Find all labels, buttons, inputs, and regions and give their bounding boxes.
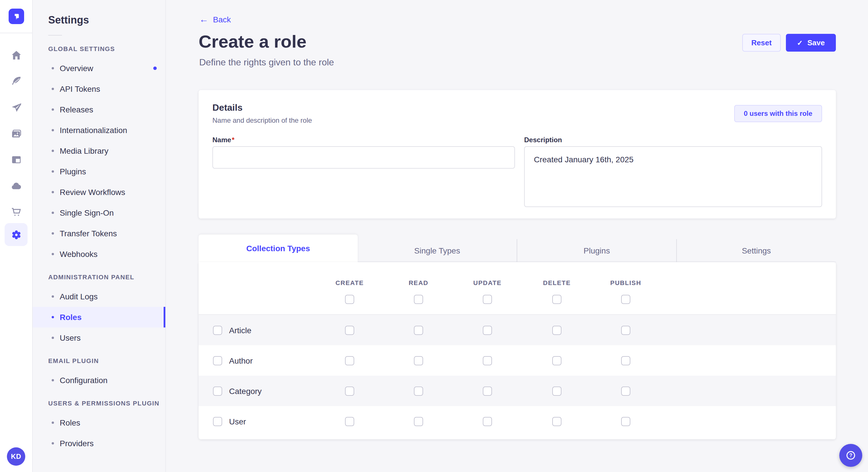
gear-icon[interactable] xyxy=(5,223,28,246)
page-title: Create a role xyxy=(198,32,307,52)
author-read-checkbox[interactable] xyxy=(414,356,423,365)
users-with-role-button[interactable]: 0 users with this role xyxy=(734,105,822,122)
sidebar-item-audit-logs[interactable]: Audit Logs xyxy=(33,286,165,307)
row-select-checkbox[interactable] xyxy=(213,386,222,396)
sidebar-item-api-tokens[interactable]: API Tokens xyxy=(33,78,165,99)
category-read-checkbox[interactable] xyxy=(414,386,423,396)
tab-single-types[interactable]: Single Types xyxy=(358,239,517,262)
strapi-logo-icon[interactable] xyxy=(9,9,24,24)
table-row-article: Article xyxy=(198,315,836,345)
user-avatar[interactable]: KD xyxy=(7,447,25,466)
author-create-checkbox[interactable] xyxy=(345,356,354,365)
user-delete-checkbox[interactable] xyxy=(552,417,561,426)
article-publish-checkbox[interactable] xyxy=(621,326,630,335)
category-create-checkbox[interactable] xyxy=(345,386,354,396)
bullet-dot xyxy=(52,379,54,381)
author-delete-checkbox[interactable] xyxy=(552,356,561,365)
sidebar-title: Settings xyxy=(48,14,165,26)
name-field-label: Name* xyxy=(212,136,235,144)
row-select-checkbox[interactable] xyxy=(213,326,222,335)
sidebar-item-review-workflows[interactable]: Review Workflows xyxy=(33,182,165,202)
main-content: ← Back Create a role Define the rights g… xyxy=(166,0,868,472)
row-label: Article xyxy=(229,326,251,335)
user-read-checkbox[interactable] xyxy=(414,417,423,426)
feather-icon[interactable] xyxy=(5,69,28,92)
row-select-checkbox[interactable] xyxy=(213,417,222,426)
sidebar-item-webhooks[interactable]: Webhooks xyxy=(33,244,165,264)
bullet-dot xyxy=(52,422,54,424)
select-all-publish-checkbox[interactable] xyxy=(621,295,630,304)
select-all-update-checkbox[interactable] xyxy=(483,295,492,304)
column-header-create: CREATE xyxy=(336,279,364,286)
select-all-read-checkbox[interactable] xyxy=(414,295,423,304)
bullet-dot xyxy=(52,295,54,298)
name-input[interactable] xyxy=(212,146,515,169)
reset-button[interactable]: Reset xyxy=(742,34,781,52)
cart-icon[interactable] xyxy=(5,200,28,223)
back-label: Back xyxy=(213,15,231,24)
select-all-create-checkbox[interactable] xyxy=(345,295,354,304)
sidebar-item-single-sign-on[interactable]: Single Sign-On xyxy=(33,202,165,223)
row-select-checkbox[interactable] xyxy=(213,356,222,365)
sidebar-item-label: Internationalization xyxy=(60,126,127,135)
category-publish-checkbox[interactable] xyxy=(621,386,630,396)
help-button[interactable]: ? xyxy=(839,444,862,467)
sidebar-item-users[interactable]: Users xyxy=(33,328,165,348)
category-update-checkbox[interactable] xyxy=(483,386,492,396)
author-publish-checkbox[interactable] xyxy=(621,356,630,365)
details-card: Details Name and description of the role… xyxy=(198,90,836,218)
user-create-checkbox[interactable] xyxy=(345,417,354,426)
bullet-dot xyxy=(52,129,54,131)
tab-settings[interactable]: Settings xyxy=(676,239,836,262)
save-button[interactable]: ✓ Save xyxy=(786,34,836,52)
bullet-dot xyxy=(52,150,54,152)
sidebar-item-transfer-tokens[interactable]: Transfer Tokens xyxy=(33,223,165,244)
sidebar-item-label: Providers xyxy=(60,439,94,448)
category-delete-checkbox[interactable] xyxy=(552,386,561,396)
select-all-delete-checkbox[interactable] xyxy=(552,295,561,304)
sidebar-item-providers[interactable]: Providers xyxy=(33,433,165,453)
article-update-checkbox[interactable] xyxy=(483,326,492,335)
article-delete-checkbox[interactable] xyxy=(552,326,561,335)
row-label: Author xyxy=(229,356,253,365)
sidebar-item-media-library[interactable]: Media Library xyxy=(33,140,165,161)
row-label: User xyxy=(229,417,246,426)
email-plugin-list: Configuration xyxy=(33,370,165,391)
user-publish-checkbox[interactable] xyxy=(621,417,630,426)
sidebar-item-overview[interactable]: Overview xyxy=(33,58,165,78)
check-icon: ✓ xyxy=(797,39,803,47)
sidebar-item-label: Plugins xyxy=(60,167,86,176)
article-read-checkbox[interactable] xyxy=(414,326,423,335)
bullet-dot xyxy=(52,108,54,111)
sidebar-item-plugins[interactable]: Plugins xyxy=(33,161,165,182)
settings-sidebar: Settings GLOBAL SETTINGS Overview API To… xyxy=(33,0,166,472)
home-icon[interactable] xyxy=(5,43,28,67)
permissions-header: CREATE READ UPDATE DELETE PUBLISH xyxy=(198,262,836,315)
layout-icon[interactable] xyxy=(5,148,28,171)
row-label: Category xyxy=(229,386,262,396)
back-arrow-icon: ← xyxy=(199,15,208,24)
sidebar-item-configuration[interactable]: Configuration xyxy=(33,370,165,391)
bullet-dot xyxy=(52,191,54,193)
article-create-checkbox[interactable] xyxy=(345,326,354,335)
paper-plane-icon[interactable] xyxy=(5,96,28,119)
media-library-icon[interactable] xyxy=(5,122,28,145)
column-header-delete: DELETE xyxy=(543,279,570,286)
sidebar-item-label: Audit Logs xyxy=(60,292,98,301)
back-link[interactable]: ← Back xyxy=(199,15,231,24)
sidebar-item-label: Single Sign-On xyxy=(60,208,114,217)
administration-panel-list: Audit Logs Roles Users xyxy=(33,286,165,348)
sidebar-item-up-roles[interactable]: Roles xyxy=(33,412,165,433)
description-textarea[interactable]: Created January 16th, 2025 xyxy=(524,146,822,207)
required-asterisk: * xyxy=(231,136,234,144)
tab-collection-types[interactable]: Collection Types xyxy=(198,235,358,262)
sidebar-item-roles-selected[interactable]: Roles xyxy=(33,307,165,328)
global-settings-list: Overview API Tokens Releases Internation… xyxy=(33,58,165,264)
tab-plugins[interactable]: Plugins xyxy=(517,239,676,262)
sidebar-item-releases[interactable]: Releases xyxy=(33,99,165,120)
column-header-publish: PUBLISH xyxy=(610,279,641,286)
author-update-checkbox[interactable] xyxy=(483,356,492,365)
cloud-icon[interactable] xyxy=(5,174,28,197)
user-update-checkbox[interactable] xyxy=(483,417,492,426)
sidebar-item-internationalization[interactable]: Internationalization xyxy=(33,120,165,140)
